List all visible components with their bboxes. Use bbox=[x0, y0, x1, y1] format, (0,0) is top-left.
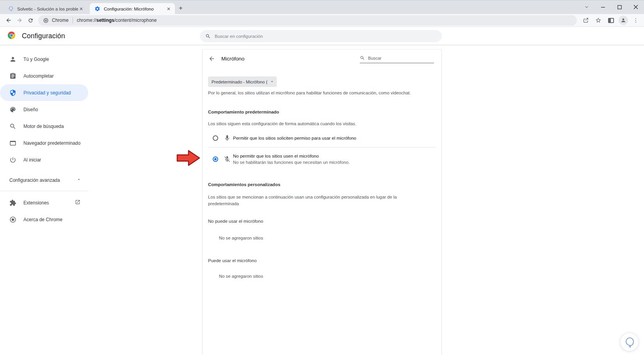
annotation-red-arrow bbox=[176, 149, 201, 168]
open-in-new-icon bbox=[75, 199, 80, 206]
forward-icon[interactable] bbox=[14, 15, 25, 26]
sidebar-item-label: Privacidad y seguridad bbox=[23, 90, 71, 96]
settings-search-input[interactable] bbox=[215, 34, 423, 39]
sidebar-item-label: Tú y Google bbox=[23, 57, 49, 62]
page-search-input[interactable] bbox=[368, 56, 423, 60]
clipboard-icon bbox=[9, 73, 16, 80]
sidebar-item-search-engine[interactable]: Motor de búsqueda bbox=[0, 118, 90, 135]
allowed-sites-group-title: Puede usar el micrófono bbox=[208, 258, 257, 263]
search-icon bbox=[205, 34, 211, 39]
sidebar-item-appearance[interactable]: Diseño bbox=[0, 101, 90, 118]
sidebar-item-label: Extensiones bbox=[23, 200, 49, 206]
radio-label: Permitir que los sitios soliciten permis… bbox=[233, 135, 356, 141]
microphone-device-dropdown[interactable]: Predeterminado - Micrófono ( bbox=[208, 76, 277, 87]
sidebar-item-privacy-security[interactable]: Privacidad y seguridad bbox=[0, 84, 88, 101]
side-panel-icon[interactable] bbox=[606, 15, 616, 25]
settings-title: Configuración bbox=[22, 32, 65, 40]
tab-strip: Solvetic - Solución a los problem ✕ Conf… bbox=[0, 0, 644, 14]
mic-off-icon bbox=[224, 156, 231, 163]
sidebar-item-label: Diseño bbox=[23, 107, 38, 112]
sidebar-item-on-startup[interactable]: Al iniciar bbox=[0, 151, 90, 168]
reload-icon[interactable] bbox=[25, 15, 36, 26]
close-tab-icon[interactable]: ✕ bbox=[165, 6, 172, 12]
maximize-button[interactable] bbox=[611, 0, 628, 14]
tab-solvetic[interactable]: Solvetic - Solución a los problem ✕ bbox=[4, 3, 87, 14]
sidebar-item-label: Autocompletar bbox=[23, 73, 53, 79]
solvetic-lightbulb-icon bbox=[8, 6, 14, 12]
radio-sublabel: No se habilitarán las funciones que nece… bbox=[233, 159, 350, 165]
settings-search-bar[interactable] bbox=[200, 30, 442, 42]
profile-avatar[interactable] bbox=[618, 15, 628, 25]
chromium-icon bbox=[43, 18, 49, 23]
palette-icon bbox=[9, 106, 16, 113]
share-icon[interactable] bbox=[581, 15, 591, 25]
sidebar-item-you-and-google[interactable]: Tú y Google bbox=[0, 51, 90, 67]
settings-content: Tú y Google Autocompletar Privacidad y s… bbox=[0, 45, 644, 355]
power-icon bbox=[9, 156, 16, 163]
browser-label: Chrome bbox=[52, 18, 69, 23]
sidebar-item-label: Motor de búsqueda bbox=[23, 124, 64, 129]
search-icon bbox=[360, 55, 365, 60]
page-search-field[interactable] bbox=[360, 53, 434, 63]
shield-icon bbox=[9, 89, 16, 96]
tab-title: Solvetic - Solución a los problem bbox=[17, 7, 78, 11]
allowed-sites-empty-text: No se agregaron sitios bbox=[219, 274, 263, 279]
chevron-down-icon bbox=[270, 79, 274, 85]
default-behavior-description: Los sitios siguen esta configuración de … bbox=[208, 121, 356, 127]
mic-icon bbox=[224, 135, 231, 142]
advanced-label: Configuración avanzada bbox=[9, 178, 60, 183]
chevron-down-icon bbox=[76, 177, 81, 183]
page-title: Micrófono bbox=[221, 56, 244, 62]
browser-toolbar: Chrome chrome://settings/content/microph… bbox=[0, 14, 644, 27]
tab-title: Configuración: Micrófono bbox=[104, 7, 165, 11]
search-icon bbox=[9, 123, 16, 130]
bookmark-star-icon[interactable] bbox=[593, 15, 603, 25]
tab-search-chevron-icon[interactable] bbox=[578, 0, 595, 14]
solvetic-watermark-logo bbox=[620, 333, 639, 351]
tab-settings-microphone[interactable]: Configuración: Micrófono ✕ bbox=[90, 3, 175, 14]
puzzle-icon bbox=[9, 199, 16, 206]
sidebar-advanced-toggle[interactable]: Configuración avanzada bbox=[0, 172, 90, 188]
settings-sidebar: Tú y Google Autocompletar Privacidad y s… bbox=[0, 45, 90, 228]
microphone-settings-card: Micrófono Predeterminado - Micrófono ( P… bbox=[202, 49, 442, 355]
dropdown-value: Predeterminado - Micrófono ( bbox=[212, 80, 267, 84]
chrome-logo-icon bbox=[7, 31, 16, 41]
settings-header: Configuración bbox=[0, 27, 644, 45]
blocked-sites-group-title: No puede usar el micrófono bbox=[208, 219, 263, 224]
new-tab-button[interactable]: + bbox=[176, 4, 185, 13]
sidebar-item-autofill[interactable]: Autocompletar bbox=[0, 67, 90, 84]
custom-behaviors-description: Los sitios que se mencionan a continuaci… bbox=[208, 194, 421, 207]
back-icon[interactable] bbox=[3, 15, 14, 26]
url-text: chrome://settings/content/microphone bbox=[77, 18, 157, 23]
intro-text: Por lo general, los sitios utilizan el m… bbox=[208, 91, 411, 95]
radio-label-group: No permitir que los sitios usen el micró… bbox=[233, 153, 350, 165]
url-separator bbox=[73, 18, 73, 23]
minimize-button[interactable] bbox=[595, 0, 611, 14]
sidebar-item-extensions[interactable]: Extensiones bbox=[0, 194, 90, 211]
sidebar-divider bbox=[0, 191, 88, 191]
close-tab-icon[interactable]: ✕ bbox=[78, 6, 84, 12]
row-divider bbox=[208, 147, 436, 147]
blocked-sites-empty-text: No se agregaron sitios bbox=[219, 236, 263, 240]
address-bar[interactable]: Chrome chrome://settings/content/microph… bbox=[38, 15, 577, 26]
sidebar-item-default-browser[interactable]: Navegador predeterminado bbox=[0, 135, 90, 151]
menu-dots-icon[interactable]: ⋮ bbox=[631, 15, 641, 25]
radio-label: No permitir que los sitios usen el micró… bbox=[233, 153, 350, 159]
browser-window-icon bbox=[9, 140, 16, 147]
back-arrow-icon[interactable] bbox=[208, 55, 215, 62]
chrome-mono-icon bbox=[9, 216, 16, 223]
sidebar-item-label: Acerca de Chrome bbox=[23, 217, 62, 222]
sidebar-item-label: Navegador predeterminado bbox=[23, 140, 80, 146]
settings-gear-icon bbox=[94, 6, 101, 12]
radio-unselected-icon[interactable] bbox=[213, 135, 218, 141]
radio-option-block[interactable]: No permitir que los sitios usen el micró… bbox=[208, 151, 436, 167]
close-window-button[interactable] bbox=[628, 0, 644, 14]
sidebar-item-label: Al iniciar bbox=[23, 157, 41, 163]
radio-selected-icon[interactable] bbox=[213, 156, 218, 162]
person-icon bbox=[9, 56, 16, 63]
custom-behaviors-heading: Comportamientos personalizados bbox=[208, 182, 280, 187]
radio-option-allow-ask[interactable]: Permitir que los sitios soliciten permis… bbox=[208, 133, 436, 144]
default-behavior-heading: Comportamiento predeterminado bbox=[208, 110, 279, 114]
sidebar-item-about-chrome[interactable]: Acerca de Chrome bbox=[0, 211, 90, 228]
